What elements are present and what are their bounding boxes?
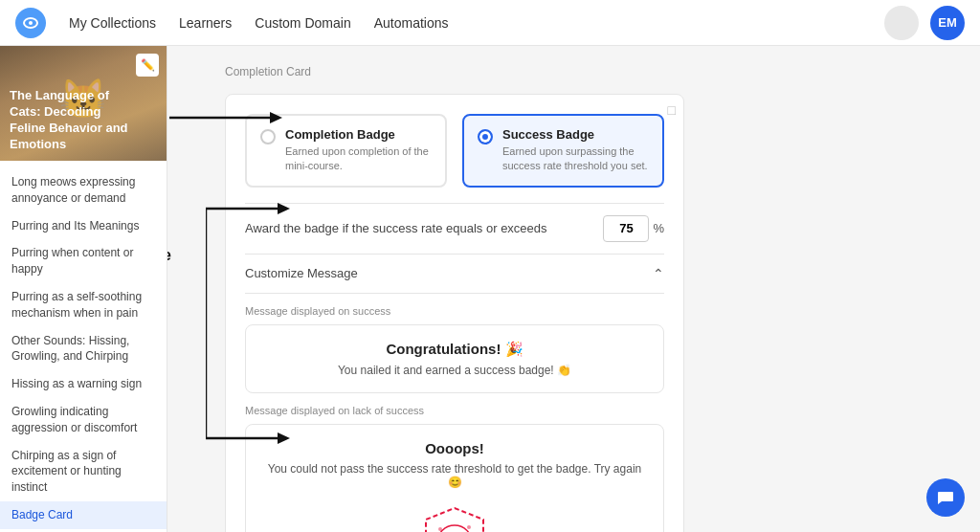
edit-course-button[interactable]: ✏️ (136, 54, 159, 77)
completion-badge-title: Completion Badge (285, 127, 432, 142)
sidebar-item-4[interactable]: Other Sounds: Hissing, Growling, and Chi… (0, 327, 167, 371)
chat-fab-button[interactable] (926, 478, 965, 517)
completion-radio[interactable] (260, 129, 276, 144)
badge-options: Completion Badge Earned upon completion … (245, 114, 664, 188)
search-button[interactable] (884, 6, 919, 40)
customize-section: Customize Message ⌃ Message displayed on… (245, 255, 664, 532)
chevron-up-icon: ⌃ (653, 266, 664, 281)
panel-options-icon[interactable]: □ (668, 102, 676, 118)
fail-message-title: Oooops! (261, 440, 648, 456)
sidebar-item-1[interactable]: Purring and Its Meanings (0, 212, 167, 240)
svg-point-1 (29, 21, 33, 25)
success-rate-label: Award the badge if the success rate equa… (245, 221, 547, 235)
sidebar-item-2[interactable]: Purring when content or happy (0, 239, 167, 283)
sidebar-item-6[interactable]: Growling indicating aggression or discom… (0, 398, 167, 442)
success-rate-percent: % (653, 221, 664, 235)
course-thumbnail: 🐱 The Language of Cats: Decoding Feline … (0, 46, 167, 161)
completion-badge-text: Completion Badge Earned upon completion … (285, 127, 432, 174)
sidebar-item-7[interactable]: Chirping as a sign of excitement or hunt… (0, 442, 167, 501)
success-message-section: Message displayed on success Congratulat… (245, 305, 664, 393)
success-radio[interactable] (478, 129, 493, 144)
fail-message-section: Message displayed on lack of success Ooo… (245, 405, 664, 532)
oops-badge-illustration: Oops! (261, 500, 648, 532)
breadcrumb: Completion Card (225, 65, 942, 78)
nav-my-collections[interactable]: My Collections (69, 15, 156, 31)
nav-automations[interactable]: Automations (374, 15, 449, 31)
customize-message-header[interactable]: Customize Message ⌃ (245, 255, 664, 294)
completion-badge-desc: Earned upon completion of the mini-cours… (285, 144, 432, 174)
customize-message-title: Customize Message (245, 266, 358, 280)
sidebar-item-0[interactable]: Long meows expressing annoyance or deman… (0, 168, 167, 212)
success-rate-input[interactable] (603, 215, 649, 242)
oops-badge-svg: Oops! (412, 500, 498, 532)
user-avatar[interactable]: EM (930, 6, 965, 40)
success-message-sub: You nailed it and earned a success badge… (261, 364, 648, 377)
success-badge-option[interactable]: Success Badge Earned upon surpassing the… (462, 114, 664, 188)
success-message-label: Message displayed on success (245, 305, 664, 317)
success-message-box[interactable]: Congratulations! 🎉 You nailed it and ear… (245, 324, 664, 393)
fail-message-sub: You could not pass the success rate thre… (261, 462, 648, 489)
main-nav: My Collections Learners Custom Domain Au… (69, 15, 449, 31)
sidebar-item-5[interactable]: Hissing as a warning sign (0, 370, 167, 398)
chat-icon (936, 488, 955, 507)
sidebar-item-badge-card[interactable]: Badge Card (0, 501, 167, 529)
content-panel: □ Completion Badge Earned upon completio… (225, 94, 684, 532)
success-badge-desc: Earned upon surpassing the success rate … (502, 144, 649, 174)
completion-badge-option[interactable]: Completion Badge Earned upon completion … (245, 114, 447, 188)
svg-point-15 (438, 527, 442, 531)
success-badge-title: Success Badge (502, 127, 649, 142)
sidebar: 🐱 The Language of Cats: Decoding Feline … (0, 46, 167, 532)
sidebar-item-3[interactable]: Purring as a self-soothing mechanism whe… (0, 283, 167, 327)
fail-message-label: Message displayed on lack of success (245, 405, 664, 416)
course-title: The Language of Cats: Decoding Feline Be… (10, 88, 138, 153)
nav-learners[interactable]: Learners (179, 15, 232, 31)
main-content: Completion Card Set condition Customize … (167, 46, 980, 532)
app-logo[interactable] (15, 8, 46, 38)
success-rate-row: Award the badge if the success rate equa… (245, 203, 664, 255)
fail-message-box[interactable]: Oooops! You could not pass the success r… (245, 424, 664, 532)
sidebar-items-list: Long meows expressing annoyance or deman… (0, 161, 167, 532)
customize-message-label: Customize message (167, 247, 171, 263)
nav-custom-domain[interactable]: Custom Domain (255, 15, 350, 31)
success-badge-text: Success Badge Earned upon surpassing the… (502, 127, 649, 174)
success-message-title: Congratulations! 🎉 (261, 341, 648, 358)
main-layout: 🐱 The Language of Cats: Decoding Feline … (0, 46, 980, 532)
svg-point-10 (437, 525, 472, 532)
svg-point-16 (467, 525, 471, 529)
app-header: My Collections Learners Custom Domain Au… (0, 0, 980, 46)
header-right: EM (884, 6, 965, 40)
success-rate-input-group: % (603, 215, 664, 242)
